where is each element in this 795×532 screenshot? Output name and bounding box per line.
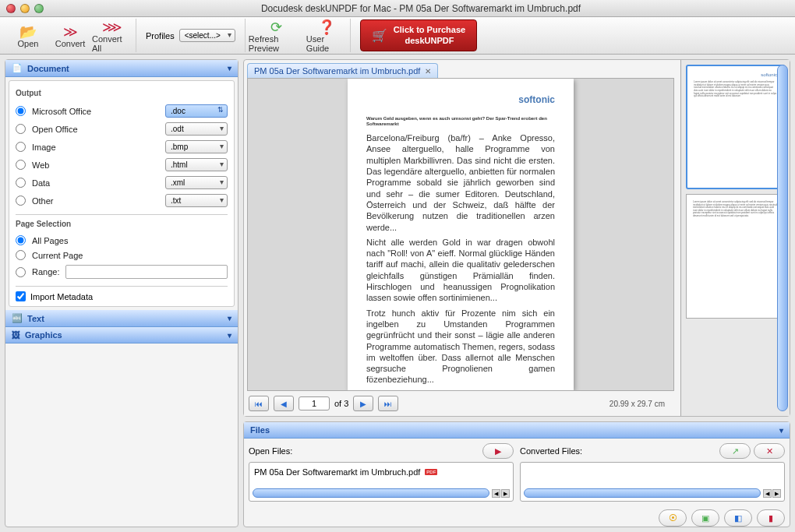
collapse-icon: ▾ <box>228 64 231 72</box>
main-toolbar: 📂Open ≫Convert ⋙Convert All Profiles <se… <box>0 17 795 55</box>
action-button-4[interactable]: ▮ <box>757 509 785 527</box>
minimize-window-button[interactable] <box>20 4 30 13</box>
export-icon: ↗ <box>732 446 739 456</box>
range-label: Range: <box>32 267 59 277</box>
action-button-2[interactable]: ▣ <box>691 509 719 527</box>
all-pages-label: All Pages <box>32 236 228 245</box>
settings-sidebar: 📄 Document ▾ Output Microsoft Office.doc… <box>5 59 238 527</box>
pdf-icon: PDF <box>425 469 437 475</box>
open-button[interactable]: 📂Open <box>8 19 48 52</box>
range-radio[interactable] <box>16 267 26 277</box>
format-label: Open Office <box>32 125 159 134</box>
current-page-label: Current Page <box>32 251 228 260</box>
format-label: Data <box>32 178 159 188</box>
preview-area: PM 05a Der Softwaremarkt im Umbruch.pdf … <box>243 59 790 417</box>
page-count-label: of 3 <box>334 399 348 408</box>
page-dimensions-label: 20.99 x 29.7 cm <box>610 400 665 408</box>
prev-page-button[interactable]: ◀ <box>274 396 294 411</box>
page-navigation: ⏮ ◀ of 3 ▶ ⏭ 20.99 x 29.7 cm <box>244 391 677 416</box>
format-ext-select[interactable]: .txt <box>165 194 228 207</box>
import-metadata-checkbox[interactable] <box>16 291 26 301</box>
format-radio-msoffice[interactable] <box>16 106 26 116</box>
scroll-left-icon[interactable]: ◀ <box>763 489 772 498</box>
format-radio-openoffice[interactable] <box>16 124 26 134</box>
thumbnail-scrollbar[interactable] <box>777 65 788 411</box>
open-files-label: Open Files: <box>249 446 292 456</box>
action-button-3[interactable]: ◧ <box>724 509 752 527</box>
refresh-icon: ⟳ <box>270 19 282 34</box>
page-number-input[interactable] <box>299 396 330 410</box>
window-titlebar: Docudesk deskUNPDF for Mac - PM 05a Der … <box>0 0 795 17</box>
close-window-button[interactable] <box>6 4 16 13</box>
format-ext-select[interactable]: .bmp <box>165 140 228 153</box>
close-tab-icon[interactable]: ✕ <box>425 67 431 76</box>
purchase-button[interactable]: 🛒 Click to PurchasedeskUNPDF <box>360 19 477 51</box>
horizontal-scrollbar[interactable] <box>524 488 761 498</box>
graphics-icon: 🖼 <box>12 330 20 340</box>
document-icon: 📄 <box>12 63 23 73</box>
scroll-right-icon[interactable]: ▶ <box>772 489 781 498</box>
remove-file-button[interactable]: ✕ <box>754 443 785 459</box>
converted-files-list[interactable]: ◀▶ <box>520 462 785 502</box>
text-panel-header[interactable]: 🔤 Text ▾ <box>5 310 238 327</box>
convert-all-button[interactable]: ⋙Convert All <box>92 19 132 52</box>
zoom-window-button[interactable] <box>34 4 44 13</box>
scroll-right-icon[interactable]: ▶ <box>501 489 510 498</box>
first-page-button[interactable]: ⏮ <box>249 396 269 411</box>
open-files-list[interactable]: PM 05a Der Softwaremarkt im Umbruch.pdfP… <box>249 462 514 502</box>
format-label: Image <box>32 143 159 152</box>
all-pages-radio[interactable] <box>16 235 26 245</box>
convert-icon: ≫ <box>63 23 78 39</box>
document-tab[interactable]: PM 05a Der Softwaremarkt im Umbruch.pdf … <box>247 63 438 78</box>
files-panel-header[interactable]: Files ▾ <box>244 422 790 439</box>
delete-icon: ✕ <box>766 446 773 456</box>
graphics-panel-header[interactable]: 🖼 Graphics ▾ <box>5 327 238 344</box>
convert-button[interactable]: ≫Convert <box>50 19 90 52</box>
page-selection-label: Page Selection <box>16 220 228 228</box>
format-label: Web <box>32 160 159 170</box>
user-guide-button[interactable]: ❓User Guide <box>306 19 347 52</box>
format-radio-data[interactable] <box>16 178 26 188</box>
action-button-1[interactable]: ⦿ <box>659 509 687 527</box>
format-ext-select[interactable]: .xml <box>165 176 228 189</box>
format-ext-select[interactable]: .doc <box>165 104 228 118</box>
convert-selected-button[interactable]: ▶ <box>482 443 514 459</box>
format-label: Microsoft Office <box>32 107 159 116</box>
thumbnail-sidebar: softonicLorem ipsum dolor sit amet conse… <box>680 60 790 416</box>
next-page-button[interactable]: ▶ <box>353 396 373 411</box>
arrow-right-icon: ▶ <box>495 446 501 456</box>
page-preview: softonic Warum Geld ausgeben, wenn es au… <box>348 79 574 390</box>
format-label: Other <box>32 196 159 206</box>
page-thumbnail-2[interactable]: Lorem ipsum dolor sit amet consectetur a… <box>686 194 785 319</box>
help-icon: ❓ <box>318 19 335 34</box>
cart-icon: 🛒 <box>372 28 387 43</box>
collapse-icon: ▾ <box>779 426 783 435</box>
document-panel-header[interactable]: 📄 Document ▾ <box>5 60 238 77</box>
horizontal-scrollbar[interactable] <box>253 488 489 498</box>
page-thumbnail-1[interactable]: softonicLorem ipsum dolor sit amet conse… <box>686 65 785 189</box>
profiles-select[interactable]: <select...> <box>179 29 235 42</box>
window-title: Docudesk deskUNPDF for Mac - PM 05a Der … <box>53 3 789 14</box>
format-radio-web[interactable] <box>16 160 26 170</box>
format-ext-select[interactable]: .html <box>165 158 228 171</box>
profiles-label: Profiles <box>146 31 175 41</box>
range-input[interactable] <box>65 265 228 279</box>
scroll-left-icon[interactable]: ◀ <box>492 489 500 498</box>
refresh-preview-button[interactable]: ⟳Refresh Preview <box>249 19 305 52</box>
reveal-file-button[interactable]: ↗ <box>719 443 751 459</box>
last-page-button[interactable]: ⏭ <box>378 396 398 411</box>
text-icon: 🔤 <box>12 313 23 323</box>
format-radio-other[interactable] <box>16 196 26 206</box>
expand-icon: ▾ <box>228 314 231 322</box>
convert-all-icon: ⋙ <box>102 19 122 34</box>
document-viewport[interactable]: softonic Warum Geld ausgeben, wenn es au… <box>247 78 674 391</box>
softonic-logo: softonic <box>366 94 555 107</box>
format-radio-image[interactable] <box>16 142 26 152</box>
files-action-bar: ⦿ ▣ ◧ ▮ <box>244 506 790 527</box>
format-ext-select[interactable]: .odt <box>165 122 228 136</box>
current-page-radio[interactable] <box>16 250 26 260</box>
folder-open-icon: 📂 <box>19 23 37 39</box>
import-metadata-label: Import Metadata <box>30 292 93 301</box>
file-item[interactable]: PM 05a Der Softwaremarkt im Umbruch.pdfP… <box>253 466 510 478</box>
output-label: Output <box>16 89 228 97</box>
